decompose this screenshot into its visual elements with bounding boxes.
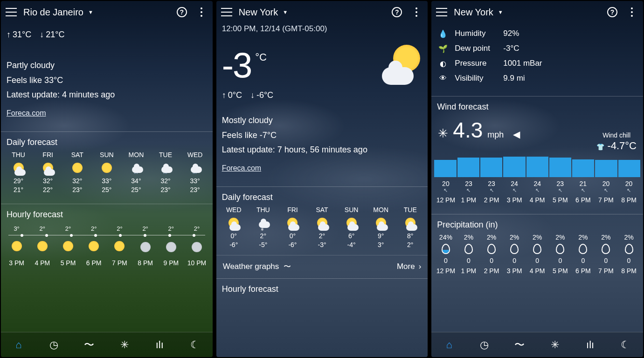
- day-label: THU: [12, 151, 25, 158]
- day-col[interactable]: FRI0°-6°: [278, 206, 307, 248]
- nav-hourly[interactable]: ◷: [36, 339, 72, 351]
- menu-icon[interactable]: [221, 8, 232, 16]
- source-link[interactable]: Foreca.com: [222, 164, 261, 172]
- help-button[interactable]: ?: [390, 6, 403, 19]
- high-low-row: ↑0°C ↓-6°C: [222, 90, 422, 100]
- wind-value: 21: [572, 180, 595, 187]
- nav-hourly[interactable]: ◷: [467, 339, 502, 351]
- hour-col[interactable]: 4 PM: [29, 240, 55, 268]
- nav-moon[interactable]: ☾: [177, 339, 213, 351]
- day-high: 33°: [190, 177, 200, 185]
- day-high: 32°: [160, 177, 170, 185]
- hourly-row: 3 PM4 PM5 PM6 PM7 PM8 PM9 PM10 PM: [1, 240, 213, 268]
- arrow-up-icon: ↑: [7, 30, 11, 39]
- bars-icon: ılı: [586, 339, 594, 351]
- nav-graphs[interactable]: 〜: [71, 338, 107, 352]
- day-high: 32°: [43, 177, 53, 185]
- menu-icon[interactable]: [6, 8, 17, 16]
- precip-time: 2 PM: [480, 267, 503, 275]
- hourly-forecast[interactable]: 3°2°2°2°2°2°2°2° 3 PM4 PM5 PM6 PM7 PM8 P…: [1, 223, 213, 268]
- hourly-line: [8, 235, 205, 235]
- day-col[interactable]: SUN6°-4°: [337, 206, 366, 248]
- home-icon: ⌂: [446, 339, 452, 351]
- content[interactable]: 💧Humidity92%🌱Dew point-3°C◐Pressure1001 …: [431, 23, 643, 357]
- weather-graphs-row[interactable]: Weather graphs 〜 More ›: [216, 255, 428, 278]
- hourly-temp: 3°: [4, 225, 29, 232]
- city-name: New York: [454, 7, 493, 18]
- nav-home[interactable]: ⌂: [1, 339, 36, 351]
- wind-direction-icon: ◀: [513, 129, 520, 140]
- city-selector[interactable]: Rio de Janeiro ▼: [23, 7, 93, 18]
- nav-moon[interactable]: ☾: [608, 339, 643, 351]
- hour-col[interactable]: 3 PM: [4, 240, 29, 268]
- hour-col[interactable]: 9 PM: [158, 240, 184, 268]
- hourly-temp: 2°: [29, 225, 55, 232]
- precip-pct: 2%: [503, 234, 526, 241]
- day-col[interactable]: TUE8°2°: [395, 206, 425, 248]
- nav-wind[interactable]: ✳: [107, 339, 142, 351]
- nav-wind[interactable]: ✳: [537, 339, 573, 351]
- day-label: SUN: [100, 151, 114, 158]
- wind-bar: [503, 157, 525, 177]
- wind-unit: mph: [487, 130, 504, 140]
- wind-dir-icon: ↖: [457, 187, 480, 193]
- daily-forecast-row[interactable]: WED0°-6°THU❄2°-5°FRI0°-6°SAT2°-3°SUN6°-4…: [216, 206, 428, 248]
- day-col[interactable]: WED0°-6°: [219, 206, 249, 248]
- weather-icon: [112, 240, 126, 254]
- bottom-nav: ⌂ ◷ 〜 ✳ ılı ☾: [431, 332, 643, 357]
- content[interactable]: 12:00 PM, 12/14 (GMT-05:00) -3 °C ↑0°C ↓…: [216, 23, 428, 357]
- day-col[interactable]: THU29°21°: [4, 151, 33, 193]
- drop-icon: [625, 244, 633, 254]
- day-label: SAT: [71, 151, 83, 158]
- city-selector[interactable]: New York ▼: [454, 7, 503, 18]
- day-col[interactable]: SUN33°25°: [92, 151, 121, 193]
- nav-bars[interactable]: ılı: [142, 339, 177, 351]
- day-label: WED: [187, 151, 203, 158]
- hour-col[interactable]: 7 PM: [107, 240, 132, 268]
- overflow-button[interactable]: [410, 6, 423, 19]
- day-col[interactable]: SAT32°23°: [62, 151, 92, 193]
- day-high: 34°: [131, 177, 141, 185]
- day-col[interactable]: MON9°3°: [366, 206, 395, 248]
- current-temp-row: -3 °C: [216, 34, 428, 88]
- wind-value: 24: [526, 180, 549, 187]
- day-col[interactable]: THU❄2°-5°: [249, 206, 278, 248]
- precip-time: 4 PM: [526, 267, 549, 275]
- city-selector[interactable]: New York ▼: [239, 7, 288, 18]
- content[interactable]: ↑31°C ↓21°C Partly cloudy Feels like 33°…: [1, 23, 213, 357]
- overflow-button[interactable]: [195, 6, 208, 19]
- timestamp: 12:00 PM, 12/14 (GMT-05:00): [216, 23, 428, 34]
- screen-rio: Rio de Janeiro ▼ ? ↑31°C ↓21°C Partly cl…: [1, 1, 213, 357]
- day-col[interactable]: SAT2°-3°: [307, 206, 337, 248]
- dropdown-icon: ▼: [498, 9, 503, 15]
- precip-amount: 0: [503, 257, 526, 264]
- source-link[interactable]: Foreca.com: [7, 109, 46, 117]
- hour-col[interactable]: 10 PM: [184, 240, 209, 268]
- nav-bars[interactable]: ılı: [573, 339, 608, 351]
- detail-label: Dew point: [455, 44, 497, 53]
- hour-col[interactable]: 6 PM: [81, 240, 107, 268]
- nav-home[interactable]: ⌂: [431, 339, 467, 351]
- day-low: 21°: [14, 186, 23, 193]
- day-high: 6°: [348, 232, 354, 240]
- overflow-button[interactable]: [625, 6, 638, 19]
- day-col[interactable]: WED՚՚՚33°23°: [180, 151, 210, 193]
- hour-label: 7 PM: [112, 259, 127, 267]
- day-low: 25°: [102, 186, 111, 193]
- more-button[interactable]: More ›: [397, 262, 421, 271]
- help-button[interactable]: ?: [175, 6, 188, 19]
- menu-icon[interactable]: [436, 8, 447, 16]
- daily-forecast-row[interactable]: THU29°21°FRI32°22°SAT32°23°SUN33°25°MON՚…: [1, 151, 213, 193]
- nav-graphs[interactable]: 〜: [502, 338, 538, 352]
- hour-col[interactable]: 8 PM: [132, 240, 158, 268]
- humidity-icon: 💧: [438, 29, 448, 38]
- hourly-temps: 3°2°2°2°2°2°2°2°: [1, 223, 213, 232]
- hourly-forecast-title: Hourly forecast: [1, 204, 213, 223]
- day-col[interactable]: MON՚՚՚34°25°: [121, 151, 151, 193]
- day-col[interactable]: FRI32°22°: [33, 151, 62, 193]
- help-icon: ?: [607, 7, 617, 17]
- help-button[interactable]: ?: [606, 6, 619, 19]
- hour-col[interactable]: 5 PM: [55, 240, 81, 268]
- weather-icon: ՚՚՚: [129, 162, 143, 176]
- day-col[interactable]: TUE՚՚՚32°23°: [151, 151, 180, 193]
